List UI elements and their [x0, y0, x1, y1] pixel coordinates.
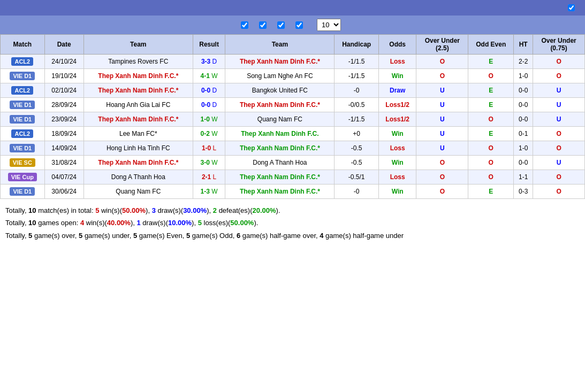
cell-team-left: Hong Linh Ha Tinh FC: [83, 141, 193, 156]
acl2-checkbox[interactable]: [241, 21, 248, 29]
cell-result: 3-3 D: [193, 55, 225, 69]
score: 1-0: [202, 144, 211, 152]
cell-date: 04/07/24: [44, 170, 83, 185]
cell-oe: O: [468, 69, 514, 83]
match-badge: ACL2: [11, 57, 33, 66]
cell-match: ACL2: [1, 127, 45, 141]
cell-result: 1-3 W: [193, 185, 225, 199]
table-row: VIE D1 23/09/24 Thep Xanh Nam Dinh F.C.*…: [1, 112, 585, 127]
cell-team-right: Thep Xanh Nam Dinh F.C.*: [225, 141, 335, 156]
cell-ou075: U: [533, 98, 585, 112]
scores-table: Match Date Team Result Team Handicap Odd…: [0, 34, 585, 199]
cell-ou25: O: [416, 69, 468, 83]
result-letter: L: [213, 173, 217, 181]
cell-match: VIE SC: [1, 156, 45, 170]
cell-ou25: O: [416, 156, 468, 170]
cell-ou25: O: [416, 55, 468, 69]
cell-ht: 0-0: [514, 98, 533, 112]
cell-team-left: Hoang Anh Gia Lai FC: [83, 98, 193, 112]
col-oe: Odd Even: [468, 35, 514, 55]
cell-date: 30/06/24: [44, 185, 83, 199]
footer-line1: Totally, 10 match(es) in total: 5 win(s)…: [5, 204, 580, 217]
cell-team-right: Dong A Thanh Hoa: [225, 156, 335, 170]
cell-oe: E: [468, 83, 514, 98]
cell-team-right: Song Lam Nghe An FC: [225, 69, 335, 83]
match-badge: VIE D1: [10, 187, 35, 196]
cell-team-left: Thep Xanh Nam Dinh F.C.*: [83, 112, 193, 127]
cell-oe: E: [468, 127, 514, 141]
cell-match: VIE D1: [1, 69, 45, 83]
cell-ht: 0-3: [514, 185, 533, 199]
match-badge: VIE D1: [10, 72, 35, 80]
cell-team-right: Thep Xanh Nam Dinh F.C.*: [225, 185, 335, 199]
table-row: ACL2 18/09/24 Lee Man FC* 0-2 W Thep Xan…: [1, 127, 585, 141]
vied1-checkbox[interactable]: [259, 21, 267, 29]
cell-ht: 0-1: [514, 127, 533, 141]
cell-ht: 1-1: [514, 170, 533, 185]
cell-result: 4-1 W: [193, 69, 225, 83]
cell-result: 1-0 W: [193, 112, 225, 127]
cell-ht: 1-0: [514, 69, 533, 83]
cell-handicap: -0.5: [335, 141, 378, 156]
cell-handicap: -1/1.5: [335, 69, 378, 83]
cell-ou075: U: [533, 156, 585, 170]
table-header-row: Match Date Team Result Team Handicap Odd…: [1, 35, 585, 55]
result-letter: L: [213, 144, 217, 152]
result-letter: W: [211, 116, 217, 123]
cell-team-right: Thep Xanh Nam Dinh F.C.*: [225, 55, 335, 69]
last-games-select[interactable]: 10 5 15 20: [317, 19, 341, 31]
cell-ou075: O: [533, 185, 585, 199]
score: 0-0: [201, 87, 210, 94]
cell-oe: E: [468, 98, 514, 112]
score: 3-3: [201, 58, 210, 65]
score: 1-0: [201, 116, 210, 123]
table-row: VIE SC 31/08/24 Thep Xanh Nam Dinh F.C.*…: [1, 156, 585, 170]
cell-team-right: Thep Xanh Nam Dinh F.C.: [225, 127, 335, 141]
filter-viecup[interactable]: [277, 21, 287, 29]
result-letter: W: [211, 159, 217, 166]
match-badge: ACL2: [11, 129, 33, 138]
display-notes-checkbox[interactable]: [568, 4, 575, 11]
cell-handicap: -1/1.5: [335, 112, 378, 127]
cell-date: 19/10/24: [44, 69, 83, 83]
cell-team-right: Quang Nam FC: [225, 112, 335, 127]
filter-viesc[interactable]: [295, 21, 305, 29]
cell-ht: 0-0: [514, 83, 533, 98]
viecup-checkbox[interactable]: [277, 21, 285, 29]
table-row: ACL2 24/10/24 Tampines Rovers FC 3-3 D T…: [1, 55, 585, 69]
cell-oe: O: [468, 170, 514, 185]
cell-ou25: O: [416, 170, 468, 185]
cell-odds: Draw: [378, 83, 416, 98]
cell-handicap: -0: [335, 83, 378, 98]
cell-ou25: U: [416, 112, 468, 127]
cell-odds: Loss1/2: [378, 112, 416, 127]
cell-result: 1-0 L: [193, 141, 225, 156]
cell-oe: O: [468, 112, 514, 127]
display-notes-container: [568, 4, 579, 11]
filter-vied1[interactable]: [259, 21, 269, 29]
cell-date: 31/08/24: [44, 156, 83, 170]
col-team-left: Team: [83, 35, 193, 55]
filter-acl2[interactable]: [241, 21, 250, 29]
cell-match: ACL2: [1, 83, 45, 98]
col-handicap: Handicap: [335, 35, 378, 55]
filter-bar: 10 5 15 20: [0, 16, 585, 34]
footer-line3: Totally, 5 game(s) over, 5 game(s) under…: [5, 229, 580, 242]
table-row: VIE D1 19/10/24 Thep Xanh Nam Dinh F.C.*…: [1, 69, 585, 83]
score: 0-2: [201, 130, 210, 137]
cell-ou075: O: [533, 55, 585, 69]
score: 0-0: [201, 101, 210, 109]
col-odds: Odds: [378, 35, 416, 55]
cell-oe: O: [468, 156, 514, 170]
cell-team-left: Thep Xanh Nam Dinh F.C.*: [83, 69, 193, 83]
cell-odds: Loss: [378, 141, 416, 156]
cell-result: 0-0 D: [193, 98, 225, 112]
cell-team-left: Thep Xanh Nam Dinh F.C.*: [83, 156, 193, 170]
cell-handicap: -1/1.5: [335, 55, 378, 69]
viesc-checkbox[interactable]: [295, 21, 303, 29]
cell-match: VIE D1: [1, 185, 45, 199]
cell-ou25: O: [416, 185, 468, 199]
result-letter: D: [212, 101, 217, 109]
cell-odds: Loss: [378, 55, 416, 69]
cell-ou075: U: [533, 83, 585, 98]
